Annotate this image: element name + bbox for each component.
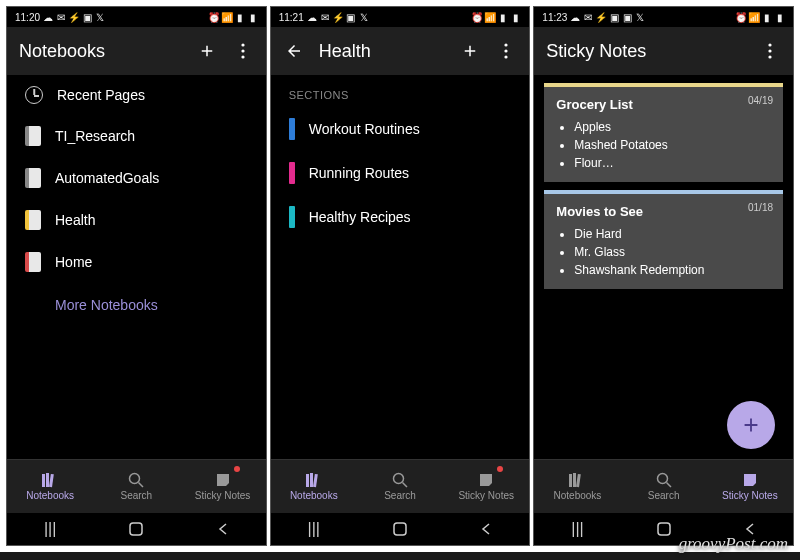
notebook-label: Health	[55, 212, 95, 228]
section-color-icon	[289, 118, 295, 140]
wifi-icon: 📶	[222, 12, 232, 22]
notebook-icon	[25, 210, 41, 230]
bolt-icon: ⚡	[596, 12, 606, 22]
sticky-icon	[741, 472, 759, 488]
notification-dot-icon	[234, 466, 240, 472]
svg-rect-4	[46, 473, 49, 487]
overflow-menu-icon[interactable]	[495, 40, 517, 62]
app-bar: Notebooks	[7, 27, 266, 75]
section-item[interactable]: Workout Routines	[271, 107, 530, 151]
sticky-title: Grocery List	[556, 97, 771, 112]
battery-icon: ▮	[248, 12, 258, 22]
recent-label: Recent Pages	[57, 87, 145, 103]
nav-label: Search	[120, 490, 152, 501]
notebook-icon	[25, 126, 41, 146]
sticky-bullet: Mashed Potatoes	[574, 136, 771, 154]
notebook-label: TI_Research	[55, 128, 135, 144]
notebook-item[interactable]: Home	[7, 241, 266, 283]
watermark: groovyPost.com	[679, 534, 788, 554]
sticky-note[interactable]: 04/19 Grocery List Apples Mashed Potatoe…	[544, 83, 783, 182]
svg-point-15	[394, 474, 404, 484]
nav-notebooks[interactable]: Notebooks	[7, 460, 93, 513]
sticky-date: 01/18	[748, 202, 773, 213]
mail-icon: ✉	[320, 12, 330, 22]
nav-label: Sticky Notes	[458, 490, 514, 501]
nav-search[interactable]: Search	[621, 460, 707, 513]
sticky-date: 04/19	[748, 95, 773, 106]
image-icon: ▣	[82, 12, 92, 22]
bottom-nav: Notebooks Search Sticky Notes	[534, 459, 793, 513]
svg-line-16	[403, 483, 408, 488]
sticky-items: Apples Mashed Potatoes Flour…	[556, 118, 771, 172]
phone-sticky: 11:23 ☁ ✉ ⚡ ▣ ▣ 𝕏 ⏰ 📶 ▮ ▮ Sticky Notes	[533, 6, 794, 546]
recents-button[interactable]: |||	[304, 519, 324, 539]
nav-sticky[interactable]: Sticky Notes	[443, 460, 529, 513]
twitter-icon: 𝕏	[635, 12, 645, 22]
books-icon	[568, 472, 586, 488]
fab-add-note[interactable]	[727, 401, 775, 449]
nav-label: Notebooks	[26, 490, 74, 501]
home-button[interactable]	[654, 519, 674, 539]
notebook-item[interactable]: TI_Research	[7, 115, 266, 157]
bottom-nav: Notebooks Search Sticky Notes	[7, 459, 266, 513]
notebook-item[interactable]: AutomatedGoals	[7, 157, 266, 199]
back-button[interactable]	[476, 519, 496, 539]
more-notebooks-link[interactable]: More Notebooks	[7, 283, 266, 327]
mail-icon: ✉	[583, 12, 593, 22]
sections-heading: SECTIONS	[271, 75, 530, 107]
alarm-icon: ⏰	[736, 12, 746, 22]
svg-rect-21	[569, 474, 572, 487]
nav-search[interactable]: Search	[93, 460, 179, 513]
wifi-icon: 📶	[749, 12, 759, 22]
nav-notebooks[interactable]: Notebooks	[534, 460, 620, 513]
app-bar: Sticky Notes	[534, 27, 793, 75]
bolt-icon: ⚡	[333, 12, 343, 22]
svg-point-19	[768, 49, 771, 52]
svg-point-10	[505, 49, 508, 52]
back-arrow-button[interactable]	[283, 40, 305, 62]
section-color-icon	[289, 162, 295, 184]
battery-icon: ▮	[511, 12, 521, 22]
svg-point-24	[657, 474, 667, 484]
nav-sticky[interactable]: Sticky Notes	[179, 460, 265, 513]
cloud-icon: ☁	[43, 12, 53, 22]
recent-pages-item[interactable]: Recent Pages	[7, 75, 266, 115]
mail-icon: ✉	[56, 12, 66, 22]
notebook-icon	[25, 252, 41, 272]
notebook-icon	[25, 168, 41, 188]
nav-sticky[interactable]: Sticky Notes	[707, 460, 793, 513]
sticky-bullet: Apples	[574, 118, 771, 136]
signal-icon: ▮	[235, 12, 245, 22]
recents-button[interactable]: |||	[40, 519, 60, 539]
svg-rect-5	[49, 474, 54, 487]
add-button[interactable]	[459, 40, 481, 62]
add-button[interactable]	[196, 40, 218, 62]
svg-point-20	[768, 55, 771, 58]
home-button[interactable]	[390, 519, 410, 539]
svg-point-0	[241, 43, 244, 46]
status-time: 11:20	[15, 12, 40, 23]
image-icon: ▣	[346, 12, 356, 22]
svg-point-6	[130, 474, 140, 484]
bolt-icon: ⚡	[69, 12, 79, 22]
svg-point-18	[768, 43, 771, 46]
recents-button[interactable]: |||	[567, 519, 587, 539]
svg-point-11	[505, 55, 508, 58]
phone-health: 11:21 ☁ ✉ ⚡ ▣ 𝕏 ⏰ 📶 ▮ ▮ Health	[270, 6, 531, 546]
section-item[interactable]: Running Routes	[271, 151, 530, 195]
search-icon	[655, 472, 673, 488]
home-button[interactable]	[126, 519, 146, 539]
notification-dot-icon	[497, 466, 503, 472]
nav-notebooks[interactable]: Notebooks	[271, 460, 357, 513]
back-button[interactable]	[213, 519, 233, 539]
svg-line-7	[139, 483, 144, 488]
overflow-menu-icon[interactable]	[232, 40, 254, 62]
sticky-items: Die Hard Mr. Glass Shawshank Redemption	[556, 225, 771, 279]
books-icon	[41, 472, 59, 488]
sticky-note[interactable]: 01/18 Movies to See Die Hard Mr. Glass S…	[544, 190, 783, 289]
overflow-menu-icon[interactable]	[759, 40, 781, 62]
notebook-item[interactable]: Health	[7, 199, 266, 241]
nav-search[interactable]: Search	[357, 460, 443, 513]
notebook-label: Home	[55, 254, 92, 270]
section-item[interactable]: Healthy Recipes	[271, 195, 530, 239]
